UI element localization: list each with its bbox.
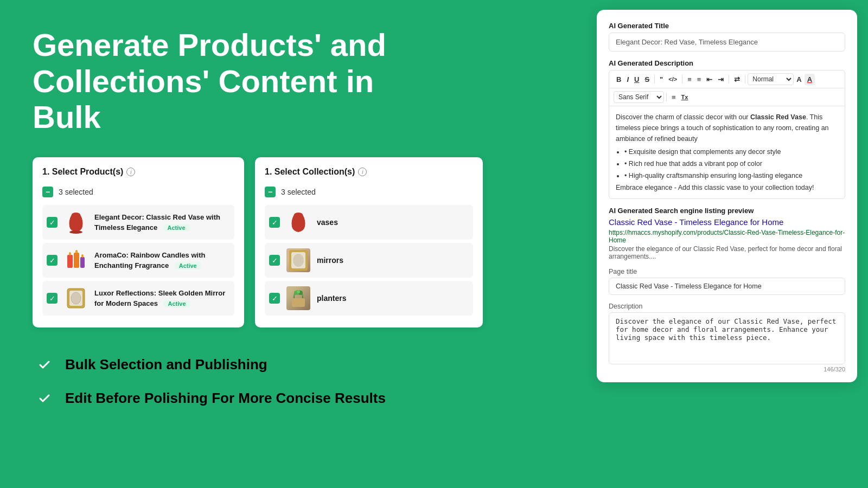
toolbar-ol[interactable]: ≡ (694, 74, 704, 85)
toolbar-italic[interactable]: I (624, 74, 631, 85)
collections-panel-header: 1. Select Collection(s) i (265, 167, 473, 177)
toolbar-font-select[interactable]: Sans Serif Serif Monospace (614, 91, 664, 103)
char-count: 146/320 (609, 366, 845, 373)
collections-info-icon[interactable]: i (358, 168, 367, 176)
collection-item-vases[interactable]: ✓ vases (265, 205, 473, 240)
ai-description-section: AI Generated Description B I U S " </> ≡… (609, 59, 845, 199)
collections-panel-title: 1. Select Collection(s) (265, 167, 355, 177)
product-badge-mirror: Active (163, 300, 190, 307)
toolbar-rtl[interactable]: ⇄ (731, 74, 743, 85)
toolbar-blockquote[interactable]: " (657, 74, 666, 85)
product-checkbox-vase[interactable]: ✓ (47, 217, 58, 228)
svg-point-5 (69, 252, 71, 255)
svg-point-18 (297, 290, 300, 293)
products-select-all-row[interactable]: − 3 selected (42, 184, 234, 200)
collection-name-planters: planters (317, 294, 346, 303)
product-badge-candle: Active (175, 262, 201, 269)
svg-rect-15 (292, 298, 305, 307)
description-section: Description Discover the elegance of our… (609, 303, 845, 373)
product-checkbox-candle[interactable]: ✓ (47, 255, 58, 266)
svg-point-10 (71, 292, 81, 304)
toolbar-indent-decrease[interactable]: ⇤ (704, 74, 715, 85)
collection-thumb-mirrors (286, 248, 310, 272)
products-panel-title: 1. Select Product(s) (42, 167, 123, 177)
seo-preview-label: AI Generated Search engine listing previ… (609, 207, 845, 215)
toolbar-sep2 (682, 75, 682, 84)
collection-checkbox-mirrors[interactable]: ✓ (269, 255, 280, 266)
toolbar-bold[interactable]: B (614, 74, 624, 85)
toolbar-bg-color[interactable]: A (805, 74, 815, 85)
svg-rect-4 (80, 257, 85, 268)
page-title-section: Page title (609, 268, 845, 295)
seo-url-title: Classic Red Vase - Timeless Elegance for… (609, 217, 845, 228)
svg-point-7 (81, 254, 84, 258)
product-item-vase[interactable]: ✓ Elegant Decor: Classic Red Vase with T… (42, 205, 234, 240)
toolbar-ul[interactable]: ≡ (685, 74, 694, 85)
products-collections-row: 1. Select Product(s) i − 3 selected ✓ (33, 157, 575, 328)
seo-preview-section: AI Generated Search engine listing previ… (609, 207, 845, 260)
toolbar-align[interactable]: ≡ (669, 92, 679, 103)
description-textarea[interactable]: Discover the elegance of our Classic Red… (609, 312, 845, 364)
products-panel: 1. Select Product(s) i − 3 selected ✓ (33, 157, 244, 328)
products-selected-count: 3 selected (59, 188, 93, 196)
collection-list: ✓ vases ✓ (265, 205, 473, 318)
right-panel: AI Generated Title AI Generated Descript… (597, 0, 868, 488)
toolbar-sep4 (745, 75, 745, 84)
toolbar-code[interactable]: </> (666, 74, 680, 84)
collection-checkbox-planters[interactable]: ✓ (269, 293, 280, 304)
editor-toolbar: B I U S " </> ≡ ≡ ⇤ ⇥ ⇄ Normal (609, 70, 845, 199)
ai-title-label: AI Generated Title (609, 22, 845, 30)
seo-desc: Discover the elegance of our Classic Red… (609, 245, 845, 260)
toolbar-row2: Sans Serif Serif Monospace ≡ Tx (609, 88, 845, 106)
feature-item-bulk: Bulk Selection and Publishing (33, 352, 575, 376)
product-thumb-vase (64, 210, 88, 234)
product-info-mirror: Luxor Reflections: Sleek Golden Mirror f… (94, 288, 230, 309)
toolbar-sep3 (729, 75, 729, 84)
products-select-all-checkbox[interactable]: − (42, 187, 53, 197)
toolbar-font-color[interactable]: A (794, 74, 804, 85)
svg-rect-3 (74, 253, 79, 268)
product-name-vase: Elegant Decor: Classic Red Vase with Tim… (94, 213, 220, 232)
product-item-mirror[interactable]: ✓ Luxor Reflections: Sleek Golden Mirror… (42, 281, 234, 316)
collections-panel: 1. Select Collection(s) i − 3 selected ✓ (255, 157, 483, 328)
toolbar-indent-increase[interactable]: ⇥ (715, 74, 726, 85)
collections-select-all-checkbox[interactable]: − (265, 187, 276, 197)
collection-item-planters[interactable]: ✓ planters (265, 281, 473, 316)
products-panel-header: 1. Select Product(s) i (42, 167, 234, 177)
collections-selected-count: 3 selected (281, 188, 316, 196)
ai-desc-label: AI Generated Description (609, 59, 845, 67)
collections-select-all-row[interactable]: − 3 selected (265, 184, 473, 200)
ai-title-input[interactable] (609, 33, 845, 52)
toolbar-underline[interactable]: U (631, 74, 642, 85)
feature-text-bulk: Bulk Selection and Publishing (65, 356, 267, 373)
svg-point-1 (69, 230, 82, 234)
collection-checkbox-vases[interactable]: ✓ (269, 217, 280, 228)
feature-item-edit: Edit Before Polishing For More Concise R… (33, 386, 575, 410)
toolbar-clear-format[interactable]: Tx (679, 92, 691, 102)
ai-title-section: AI Generated Title (609, 22, 845, 52)
description-label: Description (609, 303, 845, 310)
ai-card: AI Generated Title AI Generated Descript… (597, 10, 857, 382)
editor-content[interactable]: Discover the charm of classic decor with… (609, 106, 845, 198)
svg-point-6 (75, 250, 78, 253)
features-row: Bulk Selection and Publishing Edit Befor… (33, 352, 575, 410)
feature-check-bulk (33, 352, 56, 376)
product-checkbox-mirror[interactable]: ✓ (47, 293, 58, 304)
toolbar-strikethrough[interactable]: S (642, 74, 652, 85)
page-title-input[interactable] (609, 278, 845, 295)
collection-thumb-planters (286, 286, 310, 310)
product-thumb-candle (64, 248, 88, 272)
hero-title: Generate Products' and Collections' Cont… (33, 27, 439, 136)
toolbar-row1: B I U S " </> ≡ ≡ ⇤ ⇥ ⇄ Normal (609, 70, 845, 88)
feature-check-edit (33, 386, 56, 410)
product-name-mirror: Luxor Reflections: Sleek Golden Mirror f… (94, 289, 225, 307)
products-info-icon[interactable]: i (126, 168, 135, 176)
collection-item-mirrors[interactable]: ✓ mirrors (265, 243, 473, 278)
product-badge-vase: Active (163, 224, 190, 232)
svg-rect-2 (67, 255, 73, 268)
toolbar-sep1 (654, 75, 655, 84)
product-info-vase: Elegant Decor: Classic Red Vase with Tim… (94, 212, 230, 233)
product-item-candle[interactable]: ✓ AromaCo: Rainbow Candles with Enchant (42, 243, 234, 278)
toolbar-size-select[interactable]: Normal Heading 1 Heading 2 (748, 73, 794, 85)
product-list: ✓ Elegant Decor: Classic Red Vase with T… (42, 205, 234, 318)
